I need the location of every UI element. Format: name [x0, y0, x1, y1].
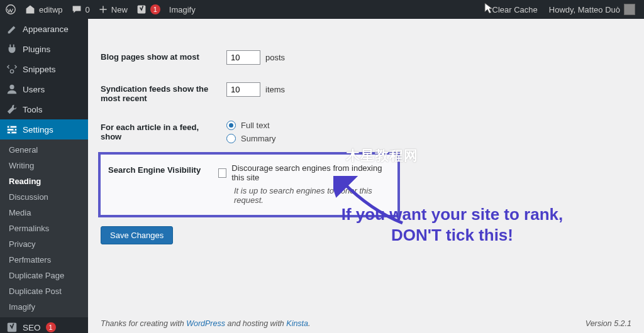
row-feed: For each article in a feed, show Full te… [101, 112, 631, 152]
sidebar-item-label: Snippets [23, 65, 56, 74]
save-changes-button[interactable]: Save Changes [101, 226, 173, 244]
footer: Thanks for creating with WordPress and h… [101, 319, 631, 328]
blog-pages-unit: posts [265, 53, 285, 62]
sev-note: It is up to search engines to honor this… [234, 186, 389, 205]
admin-bar-right: Clear Cache Howdy, Matteo Duò [492, 4, 639, 15]
sidebar-item-snippets[interactable]: Snippets [0, 59, 88, 79]
radio-label: Summary [241, 134, 276, 143]
sidebar-item-label: Plugins [23, 45, 50, 54]
sidebar-item-appearance[interactable]: Appearance [0, 19, 88, 39]
yoast-link[interactable]: 1 [136, 4, 160, 14]
footer-version: Version 5.2.1 [586, 319, 631, 328]
sidebar-item-label: Users [23, 85, 45, 94]
label-sev: Search Engine Visibility [108, 163, 218, 175]
sub-item-privacy[interactable]: Privacy [0, 236, 88, 252]
plugins-icon [6, 43, 18, 55]
sub-item-general[interactable]: General [0, 142, 88, 158]
sub-item-duplicate-post[interactable]: Duplicate Post [0, 283, 88, 299]
sub-item-reading[interactable]: Reading [0, 173, 88, 189]
radio-icon [226, 121, 236, 130]
sidebar-item-label: SEO [23, 323, 41, 332]
clear-cache-label: Clear Cache [492, 5, 538, 14]
svg-point-8 [10, 132, 12, 134]
label-blog-pages: Blog pages show at most [101, 50, 226, 62]
sub-item-perfmatters[interactable]: Perfmatters [0, 252, 88, 268]
tools-icon [6, 104, 18, 115]
svg-rect-5 [8, 132, 16, 134]
svg-rect-3 [8, 126, 16, 128]
sub-item-duplicate-page[interactable]: Duplicate Page [0, 268, 88, 283]
sub-item-writing[interactable]: Writing [0, 158, 88, 173]
svg-point-7 [13, 129, 15, 131]
settings-icon [6, 124, 18, 135]
blog-pages-input[interactable] [226, 50, 260, 65]
imagify-link[interactable]: Imagify [169, 5, 196, 14]
seo-badge: 1 [46, 322, 56, 332]
site-link[interactable]: editwp [25, 4, 63, 14]
sidebar-item-label: Tools [23, 105, 43, 114]
seo-icon [6, 322, 18, 333]
snippets-icon [6, 63, 18, 75]
sub-item-imagify[interactable]: Imagify [0, 299, 88, 315]
sidebar-item-users[interactable]: Users [0, 79, 88, 99]
footer-text: Thanks for creating with WordPress and h… [101, 319, 311, 328]
imagify-label: Imagify [169, 5, 196, 14]
sidebar-item-tools[interactable]: Tools [0, 99, 88, 119]
radio-summary[interactable]: Summary [226, 134, 276, 143]
notif-badge: 1 [150, 4, 160, 14]
sev-checkbox-label: Discourage search engines from indexing … [231, 163, 389, 182]
label-syndication: Syndication feeds show the most recent [101, 82, 214, 103]
sev-checkbox-row[interactable]: Discourage search engines from indexing … [218, 163, 389, 182]
howdy-label: Howdy, Matteo Duò [549, 5, 620, 14]
radio-label: Full text [241, 121, 270, 130]
comments-link[interactable]: 0 [72, 4, 90, 14]
avatar [624, 4, 635, 15]
wp-logo-icon[interactable] [5, 4, 16, 15]
syndication-unit: items [265, 85, 285, 94]
comments-count: 0 [86, 5, 90, 14]
radio-icon [226, 134, 236, 143]
sub-item-discussion[interactable]: Discussion [0, 189, 88, 205]
appearance-icon [6, 23, 18, 35]
sidebar-item-label: Appearance [23, 25, 69, 34]
svg-point-6 [9, 126, 11, 128]
kinsta-link[interactable]: Kinsta [286, 319, 308, 328]
row-syndication: Syndication feeds show the most recent i… [101, 74, 631, 112]
sub-item-media[interactable]: Media [0, 205, 88, 221]
howdy-link[interactable]: Howdy, Matteo Duò [549, 4, 635, 15]
admin-bar-left: editwp 0 New 1 Imagify [5, 4, 196, 15]
row-blog-pages: Blog pages show at most posts [101, 41, 631, 74]
new-link[interactable]: New [99, 5, 128, 14]
admin-sidebar: Appearance Plugins Snippets Users Tools … [0, 19, 88, 333]
wp-link[interactable]: WordPress [186, 319, 225, 328]
sidebar-item-settings[interactable]: Settings [0, 119, 88, 139]
admin-bar: editwp 0 New 1 Imagify Clear Cache Howdy… [0, 0, 644, 19]
sidebar-item-label: Settings [23, 125, 53, 134]
svg-point-2 [9, 85, 14, 89]
clear-cache-button[interactable]: Clear Cache [492, 5, 538, 14]
main-content: Blog pages show at most posts Syndicatio… [88, 19, 644, 333]
label-feed: For each article in a feed, show [101, 121, 214, 141]
annotation-text: If you want your site to rank, DON'T tic… [336, 204, 569, 245]
checkbox-icon [218, 168, 226, 178]
settings-submenu: General Writing Reading Discussion Media… [0, 139, 88, 317]
site-name: editwp [39, 5, 63, 14]
new-label: New [111, 5, 128, 14]
radio-full-text[interactable]: Full text [226, 121, 276, 130]
users-icon [6, 84, 18, 95]
syndication-input[interactable] [226, 82, 260, 97]
svg-rect-4 [8, 129, 16, 131]
sub-item-permalinks[interactable]: Permalinks [0, 221, 88, 236]
sidebar-item-seo[interactable]: SEO 1 [0, 317, 88, 333]
sidebar-item-plugins[interactable]: Plugins [0, 39, 88, 59]
